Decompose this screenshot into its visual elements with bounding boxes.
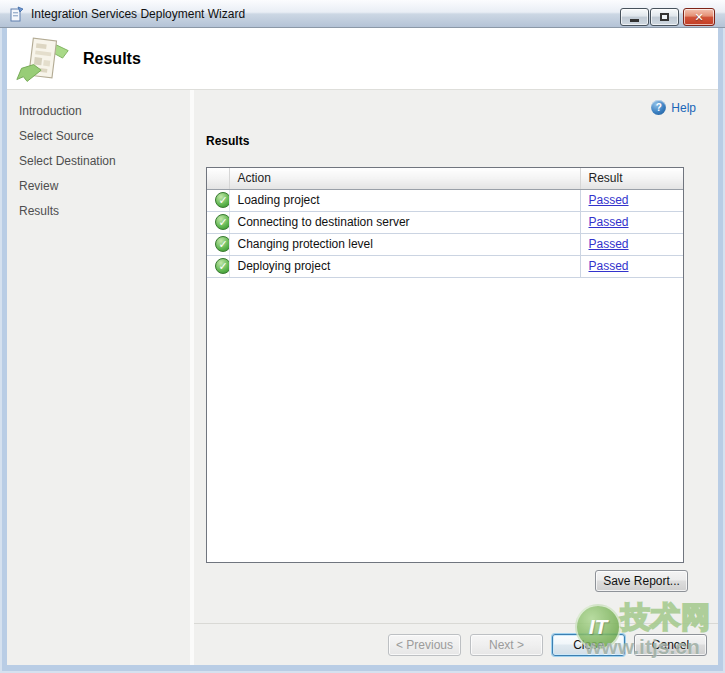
cancel-button[interactable]: Cancel [634, 634, 707, 656]
sidebar-item-select-destination[interactable]: Select Destination [7, 153, 190, 178]
deployment-package-icon [15, 34, 71, 84]
window-body: Results Introduction Select Source Selec… [7, 28, 718, 665]
sidebar-item-results[interactable]: Results [7, 203, 190, 228]
success-check-icon: ✓ [215, 258, 229, 274]
action-cell: Loading project [229, 189, 580, 211]
action-cell: Changing protection level [229, 233, 580, 255]
success-check-icon: ✓ [215, 214, 229, 230]
minimize-button[interactable] [620, 8, 649, 26]
sidebar-item-introduction[interactable]: Introduction [7, 103, 190, 128]
table-row: ✓ Changing protection level Passed [207, 233, 683, 255]
help-icon: ? [651, 100, 666, 115]
results-table: Action Result ✓ Loading project Passed [206, 167, 684, 563]
sidebar-item-review[interactable]: Review [7, 178, 190, 203]
passed-link[interactable]: Passed [589, 215, 629, 229]
table-row: ✓ Loading project Passed [207, 189, 683, 211]
wizard-header: Results [7, 28, 718, 90]
success-check-icon: ✓ [215, 236, 229, 252]
close-button[interactable]: Close [552, 634, 625, 656]
sidebar: Introduction Select Source Select Destin… [7, 90, 194, 665]
help-link[interactable]: ? Help [651, 100, 696, 115]
success-check-icon: ✓ [215, 192, 229, 208]
passed-link[interactable]: Passed [589, 193, 629, 207]
table-row: ✓ Deploying project Passed [207, 255, 683, 277]
page-title: Results [83, 50, 141, 68]
footer: < Previous Next > Close Cancel [194, 623, 718, 665]
main-panel: ? Help Results Action Result [194, 90, 718, 665]
passed-link[interactable]: Passed [589, 237, 629, 251]
next-button[interactable]: Next > [470, 634, 543, 656]
table-header-row: Action Result [207, 168, 683, 189]
restore-button[interactable] [650, 8, 679, 26]
content-row: Introduction Select Source Select Destin… [7, 90, 718, 665]
action-cell: Deploying project [229, 255, 580, 277]
close-icon: ✕ [694, 11, 703, 24]
results-section-title: Results [206, 134, 249, 148]
window-title: Integration Services Deployment Wizard [31, 7, 245, 21]
caption-buttons: ✕ [619, 8, 715, 26]
wizard-window: Integration Services Deployment Wizard ✕ [0, 0, 725, 673]
titlebar: Integration Services Deployment Wizard ✕ [0, 0, 725, 28]
previous-button[interactable]: < Previous [388, 634, 461, 656]
restore-icon [660, 13, 669, 21]
save-report-button[interactable]: Save Report... [595, 570, 688, 592]
help-label: Help [671, 101, 696, 115]
passed-link[interactable]: Passed [589, 259, 629, 273]
status-column-header [207, 168, 229, 189]
sidebar-item-select-source[interactable]: Select Source [7, 128, 190, 153]
minimize-icon [630, 19, 639, 22]
table-row: ✓ Connecting to destination server Passe… [207, 211, 683, 233]
action-cell: Connecting to destination server [229, 211, 580, 233]
result-column-header: Result [580, 168, 683, 189]
close-window-button[interactable]: ✕ [683, 8, 715, 26]
app-icon [9, 6, 25, 22]
action-column-header: Action [229, 168, 580, 189]
